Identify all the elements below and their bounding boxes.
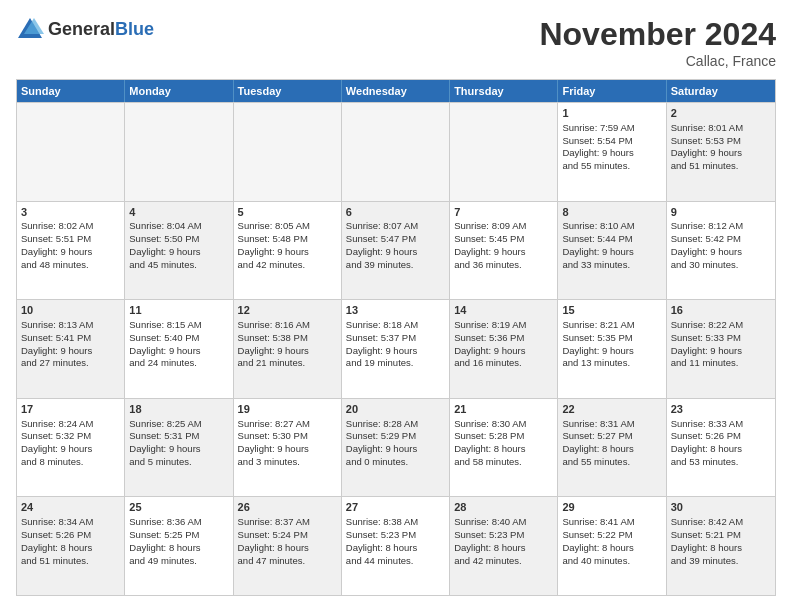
day-number: 21 <box>454 402 553 417</box>
calendar-cell: 27Sunrise: 8:38 AMSunset: 5:23 PMDayligh… <box>342 497 450 595</box>
calendar-cell: 11Sunrise: 8:15 AMSunset: 5:40 PMDayligh… <box>125 300 233 398</box>
day-number: 16 <box>671 303 771 318</box>
calendar-cell: 19Sunrise: 8:27 AMSunset: 5:30 PMDayligh… <box>234 399 342 497</box>
day-info: and 39 minutes. <box>346 259 445 272</box>
day-info: Sunrise: 8:18 AM <box>346 319 445 332</box>
day-info: Daylight: 9 hours <box>238 443 337 456</box>
day-info: Sunrise: 8:09 AM <box>454 220 553 233</box>
day-info: and 30 minutes. <box>671 259 771 272</box>
day-info: Daylight: 8 hours <box>562 443 661 456</box>
day-info: Sunset: 5:45 PM <box>454 233 553 246</box>
day-info: Sunrise: 8:22 AM <box>671 319 771 332</box>
day-number: 24 <box>21 500 120 515</box>
calendar-cell: 24Sunrise: 8:34 AMSunset: 5:26 PMDayligh… <box>17 497 125 595</box>
day-info: Sunrise: 8:38 AM <box>346 516 445 529</box>
header-day-monday: Monday <box>125 80 233 102</box>
day-number: 29 <box>562 500 661 515</box>
day-info: Sunset: 5:24 PM <box>238 529 337 542</box>
day-info: Sunset: 5:37 PM <box>346 332 445 345</box>
day-info: Sunrise: 8:25 AM <box>129 418 228 431</box>
day-info: and 5 minutes. <box>129 456 228 469</box>
day-info: and 58 minutes. <box>454 456 553 469</box>
calendar-cell: 5Sunrise: 8:05 AMSunset: 5:48 PMDaylight… <box>234 202 342 300</box>
location: Callac, France <box>539 53 776 69</box>
day-info: Daylight: 9 hours <box>129 246 228 259</box>
calendar-cell: 18Sunrise: 8:25 AMSunset: 5:31 PMDayligh… <box>125 399 233 497</box>
day-info: Sunrise: 8:16 AM <box>238 319 337 332</box>
day-info: Daylight: 9 hours <box>21 345 120 358</box>
day-number: 14 <box>454 303 553 318</box>
header-day-thursday: Thursday <box>450 80 558 102</box>
day-info: Sunrise: 8:33 AM <box>671 418 771 431</box>
day-info: Sunrise: 8:02 AM <box>21 220 120 233</box>
day-info: Sunset: 5:36 PM <box>454 332 553 345</box>
calendar-header: SundayMondayTuesdayWednesdayThursdayFrid… <box>17 80 775 102</box>
day-number: 30 <box>671 500 771 515</box>
header-day-wednesday: Wednesday <box>342 80 450 102</box>
day-number: 1 <box>562 106 661 121</box>
day-info: Sunset: 5:23 PM <box>346 529 445 542</box>
day-number: 10 <box>21 303 120 318</box>
day-info: Sunset: 5:40 PM <box>129 332 228 345</box>
day-info: Sunset: 5:42 PM <box>671 233 771 246</box>
day-number: 13 <box>346 303 445 318</box>
title-block: November 2024 Callac, France <box>539 16 776 69</box>
day-info: Sunset: 5:32 PM <box>21 430 120 443</box>
day-info: Sunset: 5:53 PM <box>671 135 771 148</box>
day-info: and 48 minutes. <box>21 259 120 272</box>
header-day-saturday: Saturday <box>667 80 775 102</box>
calendar-cell: 25Sunrise: 8:36 AMSunset: 5:25 PMDayligh… <box>125 497 233 595</box>
calendar-cell: 23Sunrise: 8:33 AMSunset: 5:26 PMDayligh… <box>667 399 775 497</box>
day-number: 9 <box>671 205 771 220</box>
header-day-friday: Friday <box>558 80 666 102</box>
day-info: Sunrise: 8:37 AM <box>238 516 337 529</box>
day-info: and 36 minutes. <box>454 259 553 272</box>
calendar-cell: 22Sunrise: 8:31 AMSunset: 5:27 PMDayligh… <box>558 399 666 497</box>
calendar-cell: 9Sunrise: 8:12 AMSunset: 5:42 PMDaylight… <box>667 202 775 300</box>
day-number: 19 <box>238 402 337 417</box>
day-info: Sunrise: 8:07 AM <box>346 220 445 233</box>
day-info: and 49 minutes. <box>129 555 228 568</box>
day-info: and 45 minutes. <box>129 259 228 272</box>
page: GeneralBlue November 2024 Callac, France… <box>0 0 792 612</box>
calendar-cell <box>450 103 558 201</box>
calendar-cell: 10Sunrise: 8:13 AMSunset: 5:41 PMDayligh… <box>17 300 125 398</box>
day-number: 22 <box>562 402 661 417</box>
day-info: Daylight: 9 hours <box>562 246 661 259</box>
day-info: and 55 minutes. <box>562 160 661 173</box>
day-info: Sunset: 5:28 PM <box>454 430 553 443</box>
calendar-cell: 8Sunrise: 8:10 AMSunset: 5:44 PMDaylight… <box>558 202 666 300</box>
day-info: Sunrise: 8:24 AM <box>21 418 120 431</box>
calendar-cell: 4Sunrise: 8:04 AMSunset: 5:50 PMDaylight… <box>125 202 233 300</box>
day-info: Daylight: 9 hours <box>346 246 445 259</box>
day-info: Sunset: 5:50 PM <box>129 233 228 246</box>
day-info: Sunrise: 8:30 AM <box>454 418 553 431</box>
calendar-cell: 28Sunrise: 8:40 AMSunset: 5:23 PMDayligh… <box>450 497 558 595</box>
day-info: and 8 minutes. <box>21 456 120 469</box>
calendar-cell: 7Sunrise: 8:09 AMSunset: 5:45 PMDaylight… <box>450 202 558 300</box>
day-info: and 39 minutes. <box>671 555 771 568</box>
header-day-sunday: Sunday <box>17 80 125 102</box>
day-info: Sunset: 5:31 PM <box>129 430 228 443</box>
day-info: Sunset: 5:26 PM <box>21 529 120 542</box>
day-info: and 51 minutes. <box>21 555 120 568</box>
day-info: Daylight: 8 hours <box>129 542 228 555</box>
day-info: Daylight: 8 hours <box>454 443 553 456</box>
day-info: Sunrise: 7:59 AM <box>562 122 661 135</box>
day-info: Sunset: 5:22 PM <box>562 529 661 542</box>
day-info: Sunrise: 8:28 AM <box>346 418 445 431</box>
day-info: Sunset: 5:47 PM <box>346 233 445 246</box>
day-info: Sunrise: 8:41 AM <box>562 516 661 529</box>
logo: GeneralBlue <box>16 16 154 44</box>
calendar-cell: 3Sunrise: 8:02 AMSunset: 5:51 PMDaylight… <box>17 202 125 300</box>
day-info: Daylight: 9 hours <box>562 345 661 358</box>
day-info: Sunrise: 8:36 AM <box>129 516 228 529</box>
day-info: and 55 minutes. <box>562 456 661 469</box>
calendar-cell <box>125 103 233 201</box>
calendar-cell: 29Sunrise: 8:41 AMSunset: 5:22 PMDayligh… <box>558 497 666 595</box>
day-info: Daylight: 8 hours <box>671 542 771 555</box>
day-info: Sunrise: 8:01 AM <box>671 122 771 135</box>
day-number: 6 <box>346 205 445 220</box>
day-info: Daylight: 8 hours <box>454 542 553 555</box>
day-info: Sunrise: 8:13 AM <box>21 319 120 332</box>
